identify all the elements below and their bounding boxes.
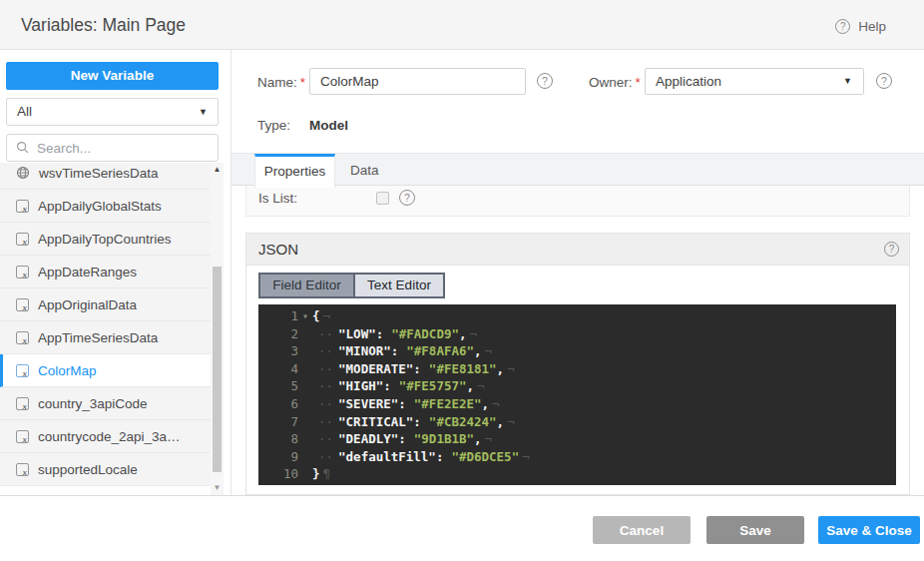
sidebar-item-apporiginaldata[interactable]: x AppOriginalData bbox=[0, 288, 211, 321]
variable-icon: x bbox=[16, 397, 29, 410]
sidebar-item-wsvtimeseriesdata[interactable]: wsvTimeSeriesData bbox=[0, 163, 211, 190]
chevron-down-icon: ▼ bbox=[199, 99, 208, 125]
is-list-section: Is List: ? bbox=[245, 186, 910, 217]
sidebar-item-apptimeseriesdata[interactable]: x AppTimeSeriesData bbox=[0, 321, 211, 354]
json-help-icon[interactable]: ? bbox=[884, 242, 899, 257]
variable-icon: x bbox=[16, 331, 29, 344]
scroll-down-icon[interactable]: ▼ bbox=[211, 483, 224, 492]
save-and-close-button[interactable]: Save & Close bbox=[818, 516, 920, 544]
variable-icon: x bbox=[16, 266, 29, 279]
footer-divider bbox=[0, 495, 924, 496]
required-marker: * bbox=[636, 75, 641, 90]
sidebar-item-appdailytopcountries[interactable]: x AppDailyTopCountries bbox=[0, 223, 211, 256]
sidebar-item-colormap-selected[interactable]: x ColorMap bbox=[0, 354, 211, 387]
name-input[interactable] bbox=[309, 68, 526, 95]
help-button[interactable]: ? Help bbox=[835, 19, 886, 34]
json-panel-header: JSON ? bbox=[246, 234, 909, 266]
name-label: Name:* bbox=[257, 75, 305, 90]
scroll-up-icon[interactable]: ▲ bbox=[211, 165, 224, 174]
sidebar-scrollbar[interactable]: ▲ ▼ bbox=[211, 163, 224, 495]
text-editor-toggle[interactable]: Text Editor bbox=[355, 275, 443, 296]
is-list-help-icon[interactable]: ? bbox=[399, 190, 415, 206]
owner-help-icon[interactable]: ? bbox=[876, 73, 892, 89]
variable-icon: x bbox=[16, 298, 29, 311]
code-line: 5··"HIGH":"#FE5757",¬ bbox=[258, 377, 896, 395]
is-list-label: Is List: bbox=[258, 191, 376, 206]
search-input[interactable] bbox=[37, 141, 197, 156]
code-line: 4··"MODERATE":"#FE8181",¬ bbox=[258, 360, 896, 378]
code-line: 9··"defaultFill":"#D6DCE5"¬ bbox=[258, 448, 896, 466]
filter-selected-value: All bbox=[17, 104, 32, 119]
header: Variables: Main Page ? Help bbox=[0, 0, 924, 50]
globe-icon bbox=[16, 166, 30, 180]
variable-icon: x bbox=[16, 463, 29, 476]
type-value: Model bbox=[309, 118, 348, 133]
tab-data[interactable]: Data bbox=[335, 154, 394, 187]
variable-list: wsvTimeSeriesData x AppDailyGlobalStats … bbox=[0, 163, 211, 495]
sidebar-item-countrycode-2api[interactable]: x countrycode_2api_3a… bbox=[0, 420, 211, 453]
editor-mode-toggle: Field Editor Text Editor bbox=[258, 273, 445, 298]
code-line: 8··"DEADLY":"9D1B1B",¬ bbox=[258, 430, 896, 448]
variable-icon: x bbox=[16, 200, 29, 213]
owner-selected-value: Application bbox=[656, 74, 721, 89]
variable-icon: x bbox=[16, 364, 29, 377]
json-code-editor[interactable]: 1▾{¬ 2··"LOW":"#FADCD9",¬ 3··"MINOR":"#F… bbox=[258, 304, 896, 485]
variable-icon: x bbox=[16, 233, 29, 246]
code-line: 3··"MINOR":"#F8AFA6",¬ bbox=[258, 342, 896, 360]
tab-bar: Properties Data bbox=[231, 153, 924, 186]
tab-properties[interactable]: Properties bbox=[254, 154, 335, 188]
variables-editor-window: Variables: Main Page ? Help New Variable… bbox=[0, 0, 924, 561]
chevron-down-icon: ▼ bbox=[843, 69, 852, 94]
json-panel-title: JSON bbox=[258, 241, 298, 258]
owner-label: Owner:* bbox=[589, 75, 641, 90]
code-line: 2··"LOW":"#FADCD9",¬ bbox=[258, 325, 896, 343]
name-help-icon[interactable]: ? bbox=[537, 73, 553, 89]
panel-divider bbox=[231, 50, 231, 495]
save-button[interactable]: Save bbox=[706, 516, 804, 544]
sidebar-item-appdailyglobalstats[interactable]: x AppDailyGlobalStats bbox=[0, 190, 211, 223]
search-icon bbox=[16, 141, 30, 155]
required-marker: * bbox=[300, 75, 305, 90]
variable-icon: x bbox=[16, 430, 29, 443]
type-label: Type: bbox=[257, 118, 290, 133]
code-line: 10}¶ bbox=[258, 465, 896, 483]
help-icon[interactable]: ? bbox=[835, 19, 850, 34]
field-editor-toggle[interactable]: Field Editor bbox=[260, 275, 355, 296]
fold-caret-icon[interactable]: ▾ bbox=[298, 307, 312, 325]
variable-filter-select[interactable]: All ▼ bbox=[6, 98, 219, 126]
sidebar-item-country-3apicode[interactable]: x country_3apiCode bbox=[0, 387, 211, 420]
sidebar-item-supportedlocale[interactable]: x supportedLocale bbox=[0, 453, 211, 486]
cancel-button[interactable]: Cancel bbox=[593, 516, 691, 544]
json-panel: JSON ? Field Editor Text Editor 1▾{¬ 2··… bbox=[245, 233, 910, 495]
new-variable-button[interactable]: New Variable bbox=[6, 62, 219, 90]
help-label[interactable]: Help bbox=[858, 19, 886, 34]
page-title: Variables: Main Page bbox=[21, 15, 186, 36]
sidebar-item-appdateranges[interactable]: x AppDateRanges bbox=[0, 256, 211, 288]
code-line: 6··"SEVERE":"#FE2E2E",¬ bbox=[258, 395, 896, 413]
code-line: 7··"CRITICAL":"#CB2424",¬ bbox=[258, 413, 896, 431]
search-box[interactable] bbox=[6, 134, 219, 162]
is-list-checkbox[interactable] bbox=[376, 192, 389, 205]
owner-select[interactable]: Application ▼ bbox=[645, 68, 864, 95]
scrollbar-thumb[interactable] bbox=[213, 267, 222, 472]
code-line: 1▾{¬ bbox=[258, 307, 896, 325]
